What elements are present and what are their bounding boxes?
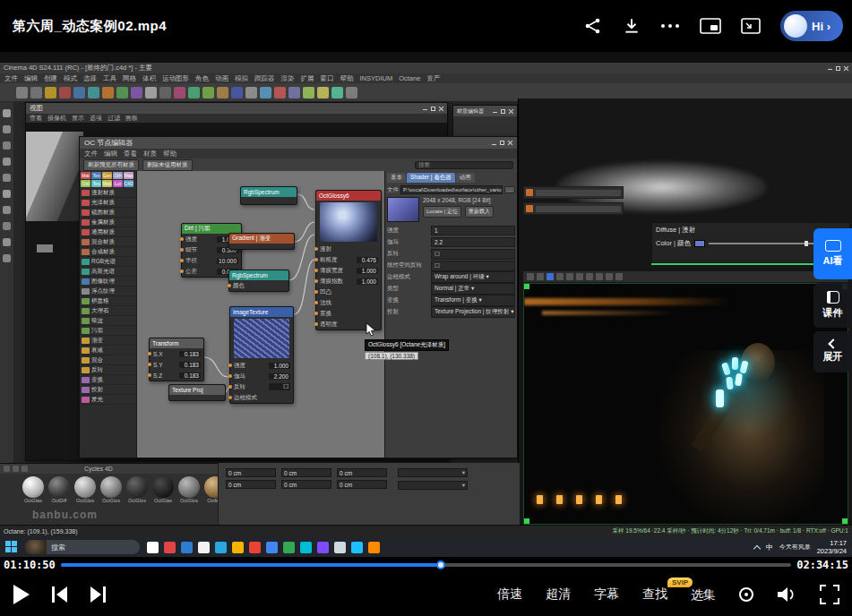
input-socket-icon[interactable] xyxy=(228,374,232,378)
node-type-item[interactable]: 混合 xyxy=(80,355,136,365)
node-editor-menu-item[interactable]: 材质 xyxy=(143,150,157,158)
material-thumbnail[interactable]: OctGlos xyxy=(73,476,97,503)
inspector-tab[interactable]: 动画 xyxy=(456,173,475,183)
lv-tool-icon[interactable] xyxy=(527,273,534,280)
node-type-item[interactable]: 污垢 xyxy=(80,326,136,336)
inspector-row-value[interactable]: Transform | 变换 ▾ xyxy=(431,295,515,306)
progress-bar[interactable] xyxy=(61,563,791,567)
node-rgbspectrum-1[interactable]: RgbSpectrum xyxy=(240,186,297,205)
node-type-item[interactable]: 衰减 xyxy=(80,346,136,355)
node-category-tab[interactable]: Map xyxy=(124,172,133,179)
node-header[interactable]: RgbSpectrum xyxy=(229,270,288,280)
c4d-menu-item[interactable]: 动画 xyxy=(215,74,228,83)
c4d-toolbar-icon[interactable] xyxy=(59,87,71,98)
node-param-row[interactable]: S.Y0.183 xyxy=(150,359,203,370)
coordinate-field[interactable]: 0 cm xyxy=(281,480,331,489)
node-param-row[interactable]: 颜色 xyxy=(229,280,288,291)
node-header[interactable]: Transform xyxy=(150,338,203,348)
node-param-row[interactable]: 反转☐ xyxy=(230,381,293,392)
viewport-menu-item[interactable]: 选项 xyxy=(90,114,102,123)
node-type-item[interactable]: 投射 xyxy=(80,385,136,395)
lv-tool-icon[interactable] xyxy=(606,273,613,280)
c4d-window-buttons[interactable] xyxy=(824,66,848,71)
coordinate-field[interactable]: 0 cm xyxy=(226,468,276,477)
input-socket-icon[interactable] xyxy=(228,385,232,389)
node-param-row[interactable]: 伽马2.200 xyxy=(230,371,293,381)
c4d-menu-item[interactable]: 运动图形 xyxy=(162,74,189,83)
c4d-toolbar-icon[interactable] xyxy=(159,87,171,98)
param-value[interactable]: 0.183 xyxy=(179,351,201,357)
taskbar-app-icon[interactable] xyxy=(351,542,363,553)
browser-tool-icon[interactable] xyxy=(22,466,28,472)
node-category-tab[interactable]: Gen xyxy=(102,172,112,179)
c4d-mode-icon[interactable] xyxy=(3,238,11,246)
c4d-menu-item[interactable]: 跟踪器 xyxy=(254,74,275,83)
node-param-row[interactable]: 凹凸 xyxy=(316,287,381,297)
c4d-menu-item[interactable]: 体积 xyxy=(142,74,156,83)
param-value[interactable]: 2.200 xyxy=(269,373,290,380)
node-imagetexture[interactable]: ImageTexture 强度1.000伽马2.200反转☐边框模式 xyxy=(229,306,294,404)
c4d-mode-icon[interactable] xyxy=(3,125,11,133)
coordinate-field[interactable]: 0 cm xyxy=(337,480,387,489)
param-value[interactable]: 10.000 xyxy=(217,258,238,264)
taskbar-app-icon[interactable] xyxy=(368,542,380,553)
start-button[interactable] xyxy=(5,541,18,553)
node-editor-menu-item[interactable]: 查看 xyxy=(124,150,137,158)
node-param-row[interactable]: 边框模式 xyxy=(230,392,293,403)
node-category-tab[interactable]: Tex xyxy=(91,172,101,179)
viewport-window-buttons[interactable] xyxy=(419,107,443,111)
taskbar-search[interactable]: 搜索 xyxy=(25,540,140,554)
node-type-item[interactable]: 大理石 xyxy=(80,306,136,316)
node-type-item[interactable]: 镜面材质 xyxy=(80,208,136,218)
input-socket-icon[interactable] xyxy=(180,270,184,273)
taskbar-app-icon[interactable] xyxy=(215,542,227,553)
lv-tool-icon[interactable] xyxy=(546,273,554,280)
c4d-toolbar-icon[interactable] xyxy=(317,87,329,98)
input-socket-icon[interactable] xyxy=(148,373,151,377)
c4d-menu-item[interactable]: 创建 xyxy=(44,74,57,83)
node-header[interactable]: RgbSpectrum xyxy=(241,187,297,197)
c4d-toolbar-icon[interactable] xyxy=(303,87,314,98)
next-episode-button[interactable] xyxy=(90,586,106,603)
c4d-toolbar-icon[interactable] xyxy=(116,87,128,98)
node-header[interactable]: OctGlossy6 xyxy=(316,191,381,201)
node-param-row[interactable]: 强度1.000 xyxy=(230,360,293,371)
material-thumbnail[interactable]: OctGlos xyxy=(125,476,149,503)
c4d-menu-item[interactable]: 选择 xyxy=(83,74,97,83)
coordinate-field[interactable]: 0 cm xyxy=(281,468,331,477)
tray-expand-icon[interactable] xyxy=(753,544,760,552)
node-textureproj[interactable]: Texture Proj xyxy=(168,384,226,401)
node-header[interactable]: ImageTexture xyxy=(230,307,293,317)
node-category-tab[interactable]: Mat xyxy=(81,172,90,179)
browser-tool-icon[interactable] xyxy=(13,466,19,472)
progress-handle[interactable] xyxy=(436,560,445,569)
node-type-item[interactable]: 变换 xyxy=(80,375,136,385)
quality-button[interactable]: 超清 xyxy=(546,586,571,603)
viewport-titlebar[interactable]: 视图 xyxy=(26,103,447,114)
c4d-toolbar-icon[interactable] xyxy=(217,87,228,98)
node-editor-window-buttons[interactable] xyxy=(488,141,512,145)
browser-tool-icon[interactable] xyxy=(4,466,10,472)
object-manager-row[interactable] xyxy=(523,186,624,199)
c4d-mode-icon[interactable] xyxy=(3,254,11,262)
node-param-row[interactable]: S.X0.183 xyxy=(150,348,203,359)
node-editor-menu-item[interactable]: 编辑 xyxy=(104,150,117,158)
param-value[interactable]: 1.000 xyxy=(269,363,290,369)
node-category-tab[interactable]: C4D xyxy=(124,180,133,187)
input-socket-icon[interactable] xyxy=(314,301,318,304)
taskbar-app-icon[interactable] xyxy=(181,542,193,553)
taskbar-app-icon[interactable] xyxy=(283,542,295,553)
taskbar-app-icon[interactable] xyxy=(198,542,210,553)
c4d-menu-item[interactable]: 渲染 xyxy=(281,74,295,83)
c4d-toolbar-icon[interactable] xyxy=(16,87,28,98)
c4d-mode-icon[interactable] xyxy=(3,141,11,150)
find-button[interactable]: 查找 xyxy=(642,586,667,603)
viewport-menu-item[interactable]: 显示 xyxy=(72,114,84,123)
node-category-tab[interactable]: Osl xyxy=(81,180,90,187)
c4d-menu-item[interactable]: 编辑 xyxy=(24,74,38,83)
node-editor-toolbar-button[interactable]: 刷新预览所有材质 xyxy=(83,159,139,171)
node-gradient[interactable]: Gradient | 渐变 xyxy=(228,233,295,250)
c4d-toolbar-icon[interactable] xyxy=(174,87,185,98)
c4d-menu-item[interactable]: 工具 xyxy=(103,74,116,83)
c4d-menu-item[interactable]: 资产 xyxy=(426,74,440,83)
